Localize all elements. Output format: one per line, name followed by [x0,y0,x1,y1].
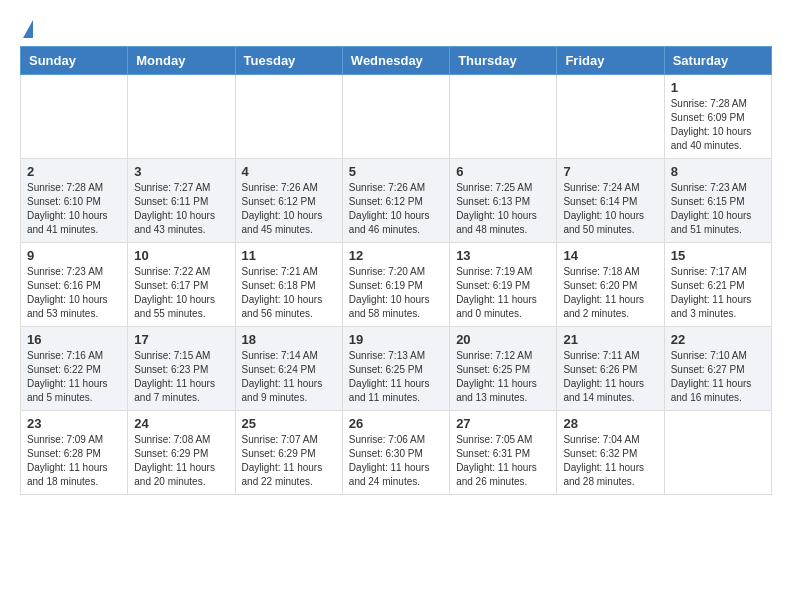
calendar-row-4: 16Sunrise: 7:16 AM Sunset: 6:22 PM Dayli… [21,327,772,411]
calendar-cell: 6Sunrise: 7:25 AM Sunset: 6:13 PM Daylig… [450,159,557,243]
calendar-cell: 21Sunrise: 7:11 AM Sunset: 6:26 PM Dayli… [557,327,664,411]
calendar-cell: 9Sunrise: 7:23 AM Sunset: 6:16 PM Daylig… [21,243,128,327]
day-number: 20 [456,332,550,347]
day-info: Sunrise: 7:05 AM Sunset: 6:31 PM Dayligh… [456,433,550,489]
day-info: Sunrise: 7:28 AM Sunset: 6:09 PM Dayligh… [671,97,765,153]
day-number: 6 [456,164,550,179]
weekday-header-tuesday: Tuesday [235,47,342,75]
day-info: Sunrise: 7:09 AM Sunset: 6:28 PM Dayligh… [27,433,121,489]
day-number: 28 [563,416,657,431]
calendar-cell: 13Sunrise: 7:19 AM Sunset: 6:19 PM Dayli… [450,243,557,327]
day-number: 2 [27,164,121,179]
day-number: 13 [456,248,550,263]
day-info: Sunrise: 7:18 AM Sunset: 6:20 PM Dayligh… [563,265,657,321]
day-info: Sunrise: 7:11 AM Sunset: 6:26 PM Dayligh… [563,349,657,405]
calendar-cell: 5Sunrise: 7:26 AM Sunset: 6:12 PM Daylig… [342,159,449,243]
day-number: 3 [134,164,228,179]
day-number: 27 [456,416,550,431]
day-info: Sunrise: 7:20 AM Sunset: 6:19 PM Dayligh… [349,265,443,321]
calendar-cell [664,411,771,495]
day-info: Sunrise: 7:14 AM Sunset: 6:24 PM Dayligh… [242,349,336,405]
day-info: Sunrise: 7:22 AM Sunset: 6:17 PM Dayligh… [134,265,228,321]
day-number: 11 [242,248,336,263]
calendar-row-1: 1Sunrise: 7:28 AM Sunset: 6:09 PM Daylig… [21,75,772,159]
calendar-cell: 17Sunrise: 7:15 AM Sunset: 6:23 PM Dayli… [128,327,235,411]
day-info: Sunrise: 7:28 AM Sunset: 6:10 PM Dayligh… [27,181,121,237]
calendar-cell [128,75,235,159]
calendar-cell [342,75,449,159]
calendar-cell: 18Sunrise: 7:14 AM Sunset: 6:24 PM Dayli… [235,327,342,411]
page-header [20,20,772,36]
day-number: 22 [671,332,765,347]
day-number: 7 [563,164,657,179]
logo [20,20,33,36]
calendar-cell: 27Sunrise: 7:05 AM Sunset: 6:31 PM Dayli… [450,411,557,495]
day-info: Sunrise: 7:17 AM Sunset: 6:21 PM Dayligh… [671,265,765,321]
day-info: Sunrise: 7:04 AM Sunset: 6:32 PM Dayligh… [563,433,657,489]
calendar-cell [235,75,342,159]
weekday-header-friday: Friday [557,47,664,75]
calendar-cell [21,75,128,159]
calendar: SundayMondayTuesdayWednesdayThursdayFrid… [20,46,772,495]
day-number: 4 [242,164,336,179]
day-info: Sunrise: 7:13 AM Sunset: 6:25 PM Dayligh… [349,349,443,405]
day-info: Sunrise: 7:15 AM Sunset: 6:23 PM Dayligh… [134,349,228,405]
calendar-cell: 4Sunrise: 7:26 AM Sunset: 6:12 PM Daylig… [235,159,342,243]
day-info: Sunrise: 7:06 AM Sunset: 6:30 PM Dayligh… [349,433,443,489]
day-number: 9 [27,248,121,263]
day-info: Sunrise: 7:23 AM Sunset: 6:15 PM Dayligh… [671,181,765,237]
weekday-header-row: SundayMondayTuesdayWednesdayThursdayFrid… [21,47,772,75]
calendar-cell: 23Sunrise: 7:09 AM Sunset: 6:28 PM Dayli… [21,411,128,495]
day-number: 19 [349,332,443,347]
day-number: 17 [134,332,228,347]
calendar-cell [557,75,664,159]
weekday-header-saturday: Saturday [664,47,771,75]
day-number: 12 [349,248,443,263]
day-number: 14 [563,248,657,263]
day-number: 23 [27,416,121,431]
day-number: 18 [242,332,336,347]
calendar-cell: 7Sunrise: 7:24 AM Sunset: 6:14 PM Daylig… [557,159,664,243]
calendar-cell: 3Sunrise: 7:27 AM Sunset: 6:11 PM Daylig… [128,159,235,243]
day-info: Sunrise: 7:12 AM Sunset: 6:25 PM Dayligh… [456,349,550,405]
day-number: 26 [349,416,443,431]
calendar-cell: 14Sunrise: 7:18 AM Sunset: 6:20 PM Dayli… [557,243,664,327]
day-number: 15 [671,248,765,263]
calendar-row-2: 2Sunrise: 7:28 AM Sunset: 6:10 PM Daylig… [21,159,772,243]
day-number: 24 [134,416,228,431]
calendar-cell [450,75,557,159]
day-number: 5 [349,164,443,179]
day-info: Sunrise: 7:07 AM Sunset: 6:29 PM Dayligh… [242,433,336,489]
day-number: 25 [242,416,336,431]
calendar-cell: 2Sunrise: 7:28 AM Sunset: 6:10 PM Daylig… [21,159,128,243]
weekday-header-sunday: Sunday [21,47,128,75]
weekday-header-monday: Monday [128,47,235,75]
weekday-header-thursday: Thursday [450,47,557,75]
calendar-cell: 19Sunrise: 7:13 AM Sunset: 6:25 PM Dayli… [342,327,449,411]
calendar-cell: 15Sunrise: 7:17 AM Sunset: 6:21 PM Dayli… [664,243,771,327]
weekday-header-wednesday: Wednesday [342,47,449,75]
day-number: 1 [671,80,765,95]
day-info: Sunrise: 7:24 AM Sunset: 6:14 PM Dayligh… [563,181,657,237]
day-info: Sunrise: 7:08 AM Sunset: 6:29 PM Dayligh… [134,433,228,489]
calendar-cell: 8Sunrise: 7:23 AM Sunset: 6:15 PM Daylig… [664,159,771,243]
calendar-cell: 26Sunrise: 7:06 AM Sunset: 6:30 PM Dayli… [342,411,449,495]
day-number: 16 [27,332,121,347]
calendar-cell: 11Sunrise: 7:21 AM Sunset: 6:18 PM Dayli… [235,243,342,327]
day-info: Sunrise: 7:16 AM Sunset: 6:22 PM Dayligh… [27,349,121,405]
day-number: 10 [134,248,228,263]
calendar-cell: 12Sunrise: 7:20 AM Sunset: 6:19 PM Dayli… [342,243,449,327]
day-info: Sunrise: 7:19 AM Sunset: 6:19 PM Dayligh… [456,265,550,321]
calendar-cell: 25Sunrise: 7:07 AM Sunset: 6:29 PM Dayli… [235,411,342,495]
calendar-cell: 24Sunrise: 7:08 AM Sunset: 6:29 PM Dayli… [128,411,235,495]
calendar-cell: 28Sunrise: 7:04 AM Sunset: 6:32 PM Dayli… [557,411,664,495]
day-info: Sunrise: 7:27 AM Sunset: 6:11 PM Dayligh… [134,181,228,237]
day-info: Sunrise: 7:25 AM Sunset: 6:13 PM Dayligh… [456,181,550,237]
day-info: Sunrise: 7:21 AM Sunset: 6:18 PM Dayligh… [242,265,336,321]
day-info: Sunrise: 7:26 AM Sunset: 6:12 PM Dayligh… [349,181,443,237]
calendar-cell: 16Sunrise: 7:16 AM Sunset: 6:22 PM Dayli… [21,327,128,411]
day-number: 21 [563,332,657,347]
calendar-cell: 1Sunrise: 7:28 AM Sunset: 6:09 PM Daylig… [664,75,771,159]
day-number: 8 [671,164,765,179]
calendar-row-3: 9Sunrise: 7:23 AM Sunset: 6:16 PM Daylig… [21,243,772,327]
